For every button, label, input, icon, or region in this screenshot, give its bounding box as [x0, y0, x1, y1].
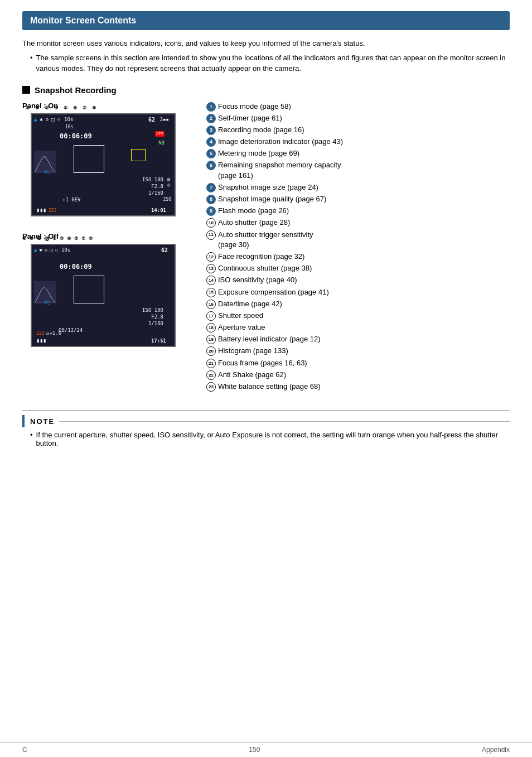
list-item: 1 Focus mode (page 58)	[206, 102, 510, 112]
page-footer: C 150 Appendix	[0, 742, 532, 757]
list-item: 16 Date/time (page 42)	[206, 299, 510, 309]
top-number-row: ① ② ③ ④ ⑤ ⑥ ⑦ ⑧	[26, 105, 96, 110]
note-bar	[22, 415, 25, 427]
shot-count-off: 62	[161, 247, 168, 253]
list-item: 21 Focus frame (pages 16, 63)	[206, 358, 510, 368]
right-column: 1 Focus mode (page 58) 2 Self-timer (pag…	[206, 102, 510, 394]
footer-right: Appendix	[482, 746, 510, 754]
intro-bullet-text: The sample screens in this section are i…	[36, 52, 510, 74]
focus-frame-off	[74, 276, 104, 303]
black-square-icon	[22, 86, 30, 94]
panel-off-diagram: ⑨ ① ㉓ ⑬ ② ③ ④ ⑤ ⑦ ⑥ ▲ ✱	[22, 244, 184, 347]
clock-off: 17:51	[151, 338, 166, 344]
note-text: If the current aperture, shutter speed, …	[36, 431, 510, 447]
battery-on: ▮▮▮	[36, 207, 46, 213]
aperture-on: F2.8	[151, 184, 163, 189]
list-item: 4 Image deterioration indicator (page 43…	[206, 137, 510, 147]
camera-screen-on: ▲ ✱ ⊙ □ ⚇ 10s 62 2▪▪ ⑨ ⑩ 10s 00:06	[31, 113, 176, 216]
time-off: 00:06:09	[60, 263, 92, 271]
panel-on-diagram: ① ② ③ ④ ⑤ ⑥ ⑦ ⑧ ▲ ✱ ⊙ □ ⚇ 10s	[22, 113, 184, 216]
list-item: 9 Flash mode (page 26)	[206, 206, 510, 216]
list-item: 17 Shutter speed	[206, 311, 510, 321]
iso-off: ISO 100	[142, 307, 163, 313]
list-item: 22 Anti Shake (page 62)	[206, 370, 510, 380]
clock-on: 14:01	[151, 208, 166, 213]
list-item: 10 Auto shutter (page 28)	[206, 218, 510, 228]
items-list: 1 Focus mode (page 58) 2 Self-timer (pag…	[206, 102, 510, 392]
page-header: Monitor Screen Contents	[22, 11, 510, 30]
list-item: 18 Aperture value	[206, 322, 510, 332]
list-item: 7 Snapshot image size (page 24)	[206, 182, 510, 192]
list-item: 11 Auto shutter trigger sensitivity(page…	[206, 230, 510, 250]
intro-line1: The monitor screen uses various indicato…	[22, 38, 510, 49]
list-item: 20 Histogram (page 133)	[206, 346, 510, 356]
left-column: Panel : On ① ② ③ ④ ⑤ ⑥ ⑦ ⑧ ▲ ✱ ⊙	[22, 102, 195, 394]
time-on: 00:06:09	[60, 132, 92, 140]
note-text-container: • If the current aperture, shutter speed…	[30, 431, 510, 447]
list-item: 14 ISO sensitivity (page 40)	[206, 275, 510, 285]
footer-center: 150	[249, 746, 260, 754]
list-item: 5 Metering mode (page 69)	[206, 148, 510, 158]
battery-off: ▮▮▮	[36, 337, 46, 344]
main-content: Panel : On ① ② ③ ④ ⑤ ⑥ ⑦ ⑧ ▲ ✱ ⊙	[22, 102, 510, 394]
focus-frame-on	[74, 145, 104, 173]
shot-count-on: 62	[148, 117, 155, 123]
list-item: 13 Continuous shutter (page 38)	[206, 263, 510, 273]
camera-screen-off: ▲ ✱ ⊙ □ ⚇ 10s 62 ⑧ 00:06:09	[31, 244, 176, 347]
off-badge: OFF	[155, 131, 165, 137]
intro-bullet: • The sample screens in this section are…	[30, 52, 510, 74]
footer-left: C	[22, 746, 27, 754]
list-item: 3 Recording mode (page 16)	[206, 125, 510, 135]
iso-on: ISO 100	[142, 177, 163, 182]
list-item: 15 Exposure compensation (page 41)	[206, 287, 510, 297]
list-item: 2 Self-timer (page 61)	[206, 113, 510, 123]
list-item: 23 White balance setting (page 68)	[206, 382, 510, 392]
list-item: 6 Remaining snapshot memory capacity(pag…	[206, 160, 510, 180]
snapshot-section-title: Snapshot Recording	[22, 85, 510, 95]
list-item: 12 Face recognition (page 32)	[206, 252, 510, 262]
list-item: 8 Snapshot image quality (page 67)	[206, 194, 510, 204]
note-section: NOTE • If the current aperture, shutter …	[22, 410, 510, 447]
note-title: NOTE	[30, 417, 55, 426]
aperture-off: F2.8	[151, 314, 163, 320]
header-title: Monitor Screen Contents	[30, 16, 136, 25]
date-off: 08/12/24	[59, 327, 83, 333]
panel-off-section: Panel : Off ⑨ ① ㉓ ⑬ ② ③ ④ ⑤ ⑦ ⑥	[22, 232, 195, 347]
list-item: 19 Battery level indicator (page 12)	[206, 334, 510, 344]
